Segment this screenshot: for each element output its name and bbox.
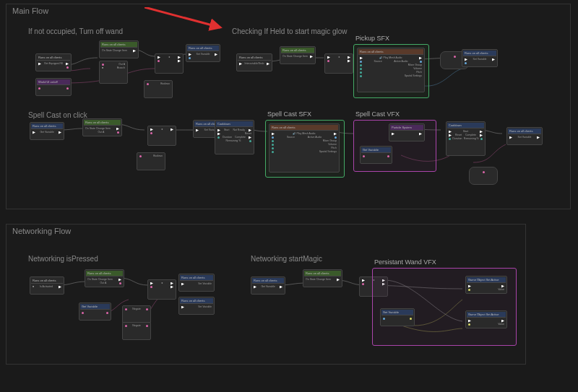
- group-spell-vfx: Spell Cast VFX Particle System Get Varia…: [353, 120, 436, 172]
- node-activated[interactable]: Runs on all clients ■Is Activated: [30, 276, 64, 295]
- node-play-audio-2[interactable]: Runs on all clients 🔊 Play Mesh Audio So…: [269, 123, 340, 173]
- node-branch-4[interactable]: ◄: [147, 279, 176, 300]
- svg-line-1: [144, 7, 220, 27]
- node-state-change-4[interactable]: Runs on all clients On State Change Item…: [85, 269, 124, 287]
- node-set-var-6[interactable]: Runs on all clients Set Variable: [178, 297, 215, 315]
- node-state-change-1[interactable]: Runs on all clients On State Change Item: [99, 40, 139, 58]
- section-title-networking: Networking Flow: [12, 227, 71, 235]
- subtitle-wand-off: If not occupied, Turn off wand: [28, 27, 123, 35]
- node-branch-3[interactable]: ◄: [147, 126, 176, 146]
- section-title-main: Main Flow: [12, 6, 48, 15]
- node-get-var-4[interactable]: Runs on all clients Get Variable: [251, 276, 285, 295]
- node-set-var-1[interactable]: Runs on all clients Set Variable: [186, 44, 220, 62]
- node-state-change-3[interactable]: Runs on all clients On State Change Item…: [82, 118, 122, 136]
- node-get-var-1[interactable]: Runs on all clients Get Variable: [30, 122, 64, 140]
- node-state-change-5[interactable]: Runs on all clients On State Change Item: [303, 269, 342, 287]
- node-state-change-2[interactable]: Runs on all clients On State Change Item: [280, 46, 316, 64]
- node-cooldown-1[interactable]: Cooldown StartNot Ready Reset DurationCo…: [215, 120, 254, 154]
- node-get-var-5[interactable]: Get Variable: [380, 308, 415, 326]
- node-bool-1[interactable]: Out A ■Branch: [99, 61, 128, 84]
- group-spell-sfx: Spell Cast SFX Runs on all clients 🔊 Pla…: [265, 120, 345, 178]
- node-get-var-2[interactable]: Get Variable: [360, 146, 392, 164]
- node-boolean-3[interactable]: Boolean: [137, 152, 165, 170]
- node-negate-1[interactable]: Negate: [122, 305, 151, 323]
- group-pickup-sfx: Pickup SFX Runs on all clients 🔊 Play Me…: [353, 44, 429, 98]
- node-branch-1[interactable]: ◄: [155, 53, 184, 74]
- annotation-arrow: [144, 7, 246, 36]
- node-play-audio-1[interactable]: Runs on all clients 🔊 Play Mesh Audio So…: [357, 48, 425, 92]
- node-set-var-4[interactable]: Runs on all clients Set Variable: [506, 127, 543, 145]
- node-world-ui[interactable]: World UI on/off: [35, 78, 72, 96]
- node-negate-2[interactable]: Negate: [122, 322, 151, 340]
- group-persist-vfx: Persistant Wand VFX Get Variable Game Ob…: [372, 268, 517, 346]
- node-set-var-2[interactable]: Runs on all clients Set Variable: [462, 49, 498, 67]
- subtitle-net-pressed: Networking isPressed: [28, 255, 98, 263]
- networking-flow-section: Networking Flow Networking isPressed Net…: [6, 224, 526, 365]
- node-get-equipped[interactable]: Runs on all clients Get Equipped NI: [35, 53, 72, 71]
- node-set-active-1[interactable]: Game Object Set Active Value: [465, 276, 507, 294]
- node-particle-1[interactable]: Particle System: [389, 123, 425, 141]
- subtitle-net-start: Networking startMagic: [251, 255, 322, 263]
- node-set-active-2[interactable]: Game Object Set Active Value: [465, 310, 507, 328]
- node-boolean-4[interactable]: [469, 167, 498, 185]
- main-flow-section: Main Flow If not occupied, Turn off wand…: [6, 4, 571, 209]
- subtitle-spell-click: Spell Cast on click: [28, 111, 87, 119]
- node-get-var-3[interactable]: Get Variable: [79, 302, 111, 321]
- node-boolean-1[interactable]: Boolean: [144, 80, 173, 98]
- node-branch-2[interactable]: ◄: [324, 53, 353, 74]
- subtitle-check-held: Checking If Held to start magic glow: [232, 27, 348, 35]
- node-set-var-5[interactable]: Runs on all clients Set Variable: [178, 274, 215, 292]
- node-interactable-grab[interactable]: Runs on all clients Interactable/Grab: [236, 53, 272, 71]
- node-cooldown-2[interactable]: Cooldown Start ResetComplete DurationRem…: [446, 121, 486, 156]
